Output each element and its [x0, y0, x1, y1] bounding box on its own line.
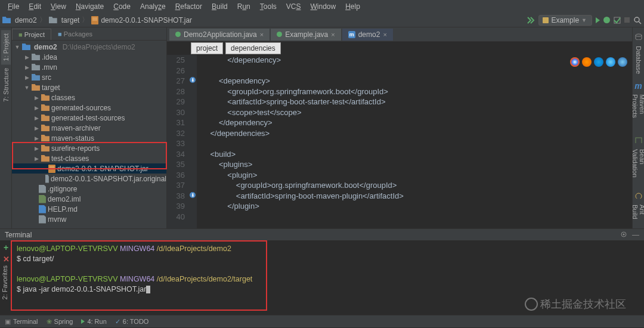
tree-testcls[interactable]: test-classes [12, 153, 166, 163]
file-icon [39, 185, 46, 193]
editor-crumb-b[interactable]: dependencies [225, 42, 281, 54]
tab-project[interactable]: 1: Project [1, 30, 11, 64]
editor-tab-label: Example.java [285, 30, 328, 39]
tree-gentest[interactable]: generated-test-sources [12, 113, 166, 123]
tab-ant[interactable]: Ant Build [630, 201, 645, 228]
tool-terminal[interactable]: ▣Terminal [5, 318, 38, 326]
editor-tab-1[interactable]: Demo2Application.java× [169, 29, 270, 41]
tree-mvnw[interactable]: mvnw [12, 214, 166, 224]
menu-code[interactable]: Code [109, 1, 135, 12]
coverage-icon[interactable] [614, 17, 621, 24]
close-icon[interactable]: × [331, 31, 335, 38]
code-lines[interactable]: </dependency> <dependency> <groupId>org.… [197, 55, 632, 228]
tree-surefire[interactable]: surefire-reports [12, 143, 166, 153]
menu-edit[interactable]: Edit [24, 1, 45, 12]
toolbar-right: Example ▼ [527, 15, 642, 26]
gutter-mark-icon[interactable]: ⬇ [190, 192, 196, 198]
folder-icon [32, 84, 40, 91]
tab-favorites[interactable]: 2: Favorites [0, 262, 10, 303]
tree-gensrc[interactable]: generated-sources [12, 103, 166, 113]
svg-rect-5 [636, 138, 642, 143]
tree-target[interactable]: target [12, 82, 166, 92]
tree-root[interactable]: demo2D:\IdeaProjects\demo2 [12, 42, 166, 52]
database-icon[interactable] [634, 33, 643, 40]
gutter-mark-icon[interactable]: ⬇ [190, 77, 196, 83]
menu-refactor[interactable]: Refactor [171, 1, 206, 12]
folder-icon [41, 145, 49, 151]
sidetab-packages[interactable]: ■ Packages [51, 28, 99, 40]
folder-icon [32, 64, 40, 70]
project-tree[interactable]: demo2D:\IdeaProjects\demo2 .idea .mvn sr… [12, 41, 166, 228]
editor-breadcrumb: project dependencies [167, 42, 632, 55]
tree-src[interactable]: src [12, 72, 166, 82]
ant-icon[interactable] [634, 192, 643, 199]
menu-window[interactable]: Window [306, 1, 340, 12]
firefox-icon[interactable] [582, 57, 592, 67]
settings-icon[interactable] [620, 231, 627, 238]
folder-icon [41, 115, 49, 121]
menu-build[interactable]: Build [208, 1, 232, 12]
folder-icon [41, 125, 49, 131]
menu-tools[interactable]: Tools [256, 1, 281, 12]
tab-bean[interactable]: Bean Validation [630, 146, 645, 188]
menu-file[interactable]: File [4, 1, 23, 12]
run-config-label: Example [551, 16, 579, 24]
menu-help[interactable]: Help [341, 1, 364, 12]
left-tool-strip: 1: Project 7: Structure [0, 27, 12, 228]
run-icon[interactable] [596, 17, 600, 23]
tree-gitignore[interactable]: .gitignore [12, 184, 166, 194]
editor-crumb-a[interactable]: project [191, 42, 223, 54]
stop-icon[interactable] [624, 17, 630, 23]
tool-spring[interactable]: ❀Spring [47, 318, 73, 326]
editor-area: Demo2Application.java× Example.java× mde… [167, 27, 632, 228]
right-tool-strip: Database m Maven Projects Bean Validatio… [632, 27, 644, 228]
crumb-module[interactable]: demo2 [15, 16, 37, 24]
folder-icon [41, 155, 49, 162]
tree-idea[interactable]: .idea [12, 52, 166, 62]
safari-icon[interactable] [594, 57, 603, 67]
menu-analyze[interactable]: Analyze [136, 1, 170, 12]
menu-vcs[interactable]: VCS [282, 1, 305, 12]
editor-tab-2[interactable]: Example.java× [271, 29, 340, 41]
tree-classes[interactable]: classes [12, 92, 166, 103]
file-icon [45, 175, 49, 183]
tree-help[interactable]: HELP.md [12, 204, 166, 214]
folder-icon [41, 94, 49, 101]
close-icon[interactable]: × [383, 31, 386, 38]
sidetab-project[interactable]: ■ Project [12, 29, 51, 40]
close-icon[interactable]: × [260, 31, 264, 38]
tab-database[interactable]: Database [634, 42, 643, 78]
tree-iml[interactable]: demo2.iml [12, 194, 166, 204]
debug-icon[interactable] [603, 17, 610, 23]
chrome-icon[interactable] [570, 57, 580, 67]
bean-icon[interactable] [634, 137, 643, 143]
crumb-file[interactable]: demo2-0.0.1-SNAPSHOT.jar [101, 16, 192, 24]
svg-point-6 [636, 193, 642, 199]
code-editor[interactable]: 25262728293031323334353637383940 ⬇ ⬇ </d… [167, 55, 632, 228]
tree-mvn[interactable]: .mvn [12, 62, 166, 72]
build-icon[interactable] [527, 16, 535, 24]
tree-mstatus[interactable]: maven-status [12, 133, 166, 143]
tool-todo[interactable]: ✓6: TODO [115, 318, 149, 326]
tab-maven[interactable]: Maven Projects [630, 91, 645, 133]
editor-tab-3[interactable]: mdemo2× [342, 29, 393, 41]
menu-navigate[interactable]: Navigate [72, 1, 108, 12]
folder-icon [32, 54, 40, 60]
tool-run[interactable]: 4: Run [81, 318, 106, 325]
menu-view[interactable]: View [47, 1, 70, 12]
new-session-icon[interactable]: + [4, 243, 8, 252]
tree-archiver[interactable]: maven-archiver [12, 123, 166, 133]
run-config-selector[interactable]: Example ▼ [538, 15, 592, 26]
menu-bar: File Edit View Navigate Code Analyze Ref… [0, 0, 644, 13]
crumb-folder[interactable]: target [61, 16, 80, 24]
search-icon[interactable] [633, 16, 642, 24]
tree-jarorig[interactable]: demo2-0.0.1-SNAPSHOT.jar.original [12, 174, 166, 184]
tab-structure[interactable]: 7: Structure [1, 64, 11, 106]
edge-icon[interactable] [606, 57, 615, 67]
folder-icon [32, 74, 40, 81]
maven-icon[interactable]: m [634, 81, 642, 91]
tree-jar[interactable]: demo2-0.0.1-SNAPSHOT.jar [12, 163, 166, 174]
ie-icon[interactable] [618, 57, 627, 67]
minimize-icon[interactable]: — [632, 231, 639, 239]
menu-run[interactable]: Run [233, 1, 255, 12]
